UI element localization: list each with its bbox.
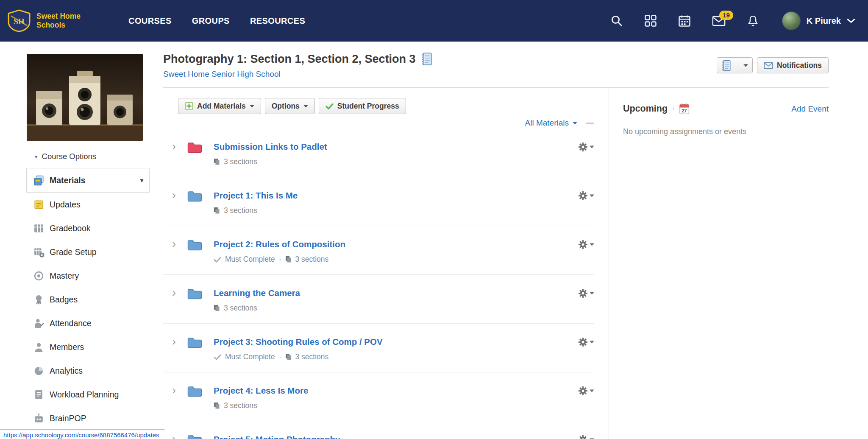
calendar-icon[interactable] — [678, 14, 691, 27]
notifications-label: Notifications — [777, 61, 822, 70]
add-materials-icon — [185, 102, 193, 110]
folder-row: › Project 1: This Is Me 3 sections — [163, 177, 594, 226]
options-button[interactable]: Options — [265, 98, 315, 114]
folder-row: › Project 5: Motion Photography — [163, 421, 594, 439]
nav-resources[interactable]: RESOURCES — [250, 16, 305, 26]
chevron-down-icon[interactable] — [739, 58, 752, 73]
expand-chevron-icon[interactable]: › — [172, 434, 182, 439]
school-link[interactable]: Sweet Home Senior High School — [163, 70, 281, 79]
apps-grid-icon[interactable] — [644, 14, 657, 27]
folder-link[interactable]: Project 4: Less Is More — [214, 385, 308, 396]
folder-options-gear-button[interactable] — [579, 338, 594, 347]
sidebar-item-members[interactable]: Members — [0, 335, 150, 359]
messages-icon[interactable]: 19 — [712, 16, 726, 26]
folder-link[interactable]: Project 1: This Is Me — [214, 190, 298, 201]
gradebook-icon — [33, 223, 45, 234]
meta-separator: · — [279, 255, 281, 264]
bell-icon[interactable] — [747, 14, 759, 27]
sidebar-item-label: Workload Planning — [50, 390, 119, 400]
sidebar-item-attendance[interactable]: Attendance — [0, 311, 150, 335]
sections-count: 3 sections — [224, 206, 257, 215]
school-logo[interactable]: SH Sweet Home Schools — [7, 9, 81, 32]
chevron-down-icon — [303, 105, 308, 108]
sidebar-item-label: Mastery — [50, 271, 79, 281]
user-name: K Piurek — [807, 16, 841, 26]
sidebar-item-label: Grade Setup — [50, 247, 97, 257]
folder-icon[interactable] — [187, 385, 203, 398]
folder-options-gear-button[interactable] — [579, 191, 594, 200]
course-notebook-icon[interactable] — [421, 52, 432, 66]
student-progress-button[interactable]: Student Progress — [319, 98, 406, 114]
expand-chevron-icon[interactable]: › — [172, 190, 182, 200]
nav-courses[interactable]: COURSES — [128, 16, 172, 26]
folder-icon[interactable] — [187, 190, 203, 203]
chevron-down-icon — [250, 105, 254, 108]
sidebar-item-materials[interactable]: Materials ▾ — [26, 168, 150, 193]
folder-link[interactable]: Project 2: Rules of Composition — [214, 239, 345, 250]
folder-options-gear-button[interactable] — [579, 386, 594, 395]
folder-row: › Project 4: Less Is More 3 sections — [163, 372, 594, 421]
folder-options-gear-button[interactable] — [579, 289, 594, 298]
folder-link[interactable]: Learning the Camera — [214, 288, 300, 299]
folder-icon[interactable] — [187, 434, 203, 439]
add-event-link[interactable]: Add Event — [791, 104, 829, 114]
notifications-button[interactable]: Notifications — [757, 57, 829, 73]
folder-meta: 3 sections — [214, 206, 298, 215]
folder-options-gear-button[interactable] — [579, 143, 594, 151]
user-menu[interactable]: K Piurek — [782, 11, 855, 30]
sidebar-item-mastery[interactable]: Mastery — [0, 264, 150, 288]
folder-options-gear-button[interactable] — [579, 240, 594, 249]
page-title: Photography 1: Section 1, Section 2, Sec… — [163, 52, 432, 66]
search-icon[interactable] — [610, 14, 623, 27]
sections-icon — [214, 158, 220, 165]
sidebar-item-label: BrainPOP — [50, 414, 86, 423]
user-avatar[interactable] — [782, 11, 801, 30]
expand-chevron-icon[interactable]: › — [172, 288, 182, 298]
course-options-button[interactable]: ▾ Course Options — [35, 152, 150, 161]
sidebar-item-workload-planning[interactable]: Workload Planning — [0, 383, 150, 406]
updates-icon — [33, 199, 45, 210]
attendance-icon — [33, 318, 45, 329]
all-materials-filter[interactable]: All Materials — [525, 118, 577, 128]
mastery-icon — [33, 270, 45, 282]
user-menu-chevron-icon[interactable] — [847, 18, 855, 23]
folder-icon[interactable] — [187, 141, 203, 154]
folder-icon[interactable] — [187, 336, 203, 349]
must-complete-check-icon — [214, 354, 221, 360]
folder-row: › Project 3: Shooting Rules of Comp / PO… — [163, 324, 594, 372]
add-materials-button[interactable]: Add Materials — [178, 98, 261, 114]
expand-chevron-icon[interactable]: › — [172, 239, 182, 249]
sections-icon — [214, 402, 220, 409]
folder-icon[interactable] — [187, 239, 203, 252]
folder-icon[interactable] — [187, 288, 203, 300]
sidebar-item-gradebook[interactable]: Gradebook — [0, 216, 150, 240]
sidebar-item-analytics[interactable]: Analytics — [0, 359, 150, 383]
sidebar-item-brainpop[interactable]: BrainPOP — [0, 406, 150, 430]
must-complete-check-icon — [214, 257, 221, 263]
expand-chevron-icon[interactable]: › — [172, 141, 182, 151]
sidebar-item-label: Attendance — [50, 319, 92, 328]
expand-chevron-icon[interactable]: › — [172, 385, 182, 395]
folder-link[interactable]: Project 5: Motion Photography — [214, 434, 340, 439]
folder-meta: 3 sections — [214, 157, 327, 166]
folder-meta: 3 sections — [214, 304, 300, 313]
folder-link[interactable]: Submission Links to Padlet — [214, 141, 327, 152]
must-complete-label: Must Complete — [225, 255, 275, 264]
upcoming-calendar-icon[interactable]: 27 — [679, 103, 690, 115]
chevron-down-icon — [573, 122, 577, 125]
materials-view-dropdown-button[interactable] — [717, 57, 753, 73]
sections-icon — [214, 207, 220, 214]
sections-count: 3 sections — [224, 401, 257, 410]
sidebar-item-label: Badges — [50, 295, 78, 305]
top-navbar: SH Sweet Home Schools COURSES GROUPS RES… — [0, 0, 868, 42]
status-url: https://app.schoology.com/course/6887566… — [3, 431, 159, 439]
nav-groups[interactable]: GROUPS — [192, 16, 230, 26]
sidebar-item-badges[interactable]: Badges — [0, 288, 150, 311]
sidebar-item-grade-setup[interactable]: Grade Setup — [0, 240, 150, 264]
student-progress-label: Student Progress — [337, 102, 399, 111]
folder-options-gear-button[interactable] — [579, 435, 594, 439]
expand-chevron-icon[interactable]: › — [172, 336, 182, 347]
folder-meta: Must Complete · 3 sections — [214, 352, 383, 361]
sidebar-item-updates[interactable]: Updates — [0, 193, 150, 216]
folder-link[interactable]: Project 3: Shooting Rules of Comp / POV — [214, 336, 383, 347]
